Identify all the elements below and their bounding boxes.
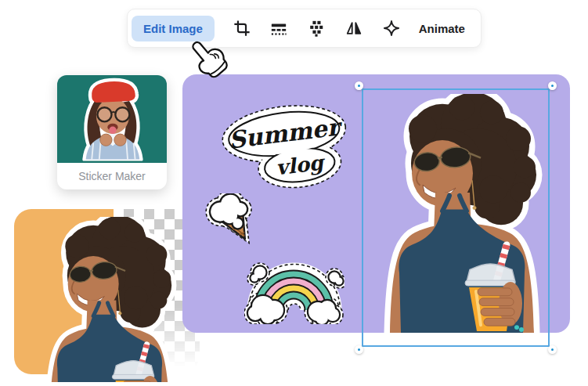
adjust-lines-icon[interactable] [269, 18, 289, 38]
background-removed-photo[interactable] [31, 217, 188, 382]
sticker-maker-label: Sticker Maker [57, 163, 167, 189]
animate-button[interactable]: Animate [419, 22, 465, 35]
sticker-maker-thumbnail [57, 75, 167, 163]
rainbow-sticker[interactable] [244, 243, 345, 324]
sticker-maker-card[interactable]: Sticker Maker [57, 75, 167, 189]
selection-handle-top-right[interactable] [548, 81, 557, 90]
crop-icon[interactable] [232, 18, 252, 38]
sparkle-effects-icon[interactable] [381, 18, 402, 38]
flip-horizontal-icon[interactable] [344, 18, 364, 38]
edit-toolbar: Edit Image [127, 9, 482, 48]
woman-photo-small [31, 217, 188, 382]
selection-handle-top-left[interactable] [355, 81, 363, 90]
canva-editor-promo: Summer vlog [0, 0, 588, 386]
pixelate-icon[interactable] [306, 18, 326, 38]
selection-box[interactable] [362, 88, 550, 347]
selection-handle-bottom-left[interactable] [355, 345, 363, 354]
summer-vlog-sticker[interactable]: Summer vlog [219, 103, 351, 192]
card-woman-sticker [63, 77, 161, 161]
edit-image-button[interactable]: Edit Image [132, 16, 215, 41]
selection-handle-bottom-right[interactable] [548, 345, 557, 354]
